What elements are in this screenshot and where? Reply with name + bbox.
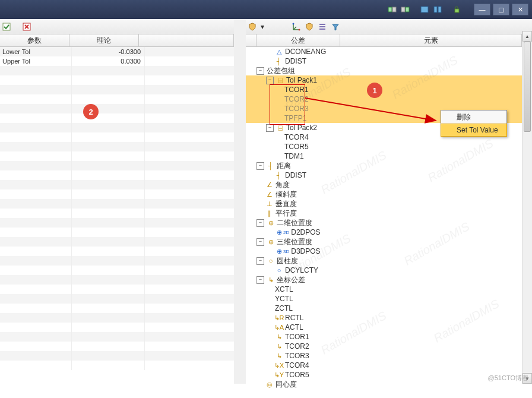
param-cell bbox=[0, 218, 72, 228]
grid-row[interactable] bbox=[0, 189, 234, 199]
header-param[interactable]: 参数 bbox=[0, 34, 69, 46]
menu-item-set-tol-value[interactable]: Set Tol Value bbox=[441, 124, 507, 137]
tree-node[interactable]: −⊕二维位置度 bbox=[246, 218, 532, 228]
grid-row[interactable] bbox=[0, 66, 234, 75]
tree-node[interactable]: ⊕2DD2DPOS bbox=[246, 228, 532, 237]
titlebar-tool-icon-1[interactable] bbox=[387, 4, 398, 15]
grid-row[interactable] bbox=[0, 332, 234, 342]
titlebar-tool-icon-2[interactable] bbox=[400, 4, 411, 15]
grid-row[interactable]: Lower Tol-0.0300 bbox=[0, 47, 234, 56]
grid-row[interactable] bbox=[0, 75, 234, 85]
delete-red-icon[interactable] bbox=[20, 20, 33, 33]
tree-node[interactable]: ↳TCOR3 bbox=[246, 351, 532, 361]
collapse-icon[interactable]: − bbox=[266, 124, 274, 132]
toolbar-filter-icon[interactable] bbox=[329, 20, 342, 33]
grid-row[interactable] bbox=[0, 199, 234, 209]
minimize-button[interactable]: — bbox=[474, 4, 490, 15]
tree-node[interactable]: TCOR5 bbox=[246, 142, 532, 151]
tree-node[interactable]: −┤距离 bbox=[246, 161, 532, 170]
tree-node[interactable]: ↳TCOR1 bbox=[246, 332, 532, 342]
tree-node[interactable]: ↳AACTL bbox=[246, 323, 532, 332]
grid-row[interactable] bbox=[0, 104, 234, 113]
tree-node[interactable]: TDM1 bbox=[246, 151, 532, 161]
tree-node[interactable]: △DCONEANG bbox=[246, 47, 532, 56]
grid-row[interactable] bbox=[0, 228, 234, 237]
grid-row[interactable] bbox=[0, 123, 234, 132]
grid-row[interactable] bbox=[0, 161, 234, 170]
tree-node[interactable]: −⊕三维位置度 bbox=[246, 237, 532, 247]
tree-node[interactable]: −○圆柱度 bbox=[246, 256, 532, 266]
toolbar-icon-shield[interactable] bbox=[246, 20, 259, 33]
tree-node[interactable]: ┤DDIST bbox=[246, 56, 532, 66]
tree-node[interactable]: ∠倾斜度 bbox=[246, 189, 532, 199]
left-grid[interactable]: Lower Tol-0.0300Upper Tol0.03002 bbox=[0, 47, 234, 386]
grid-row[interactable] bbox=[0, 294, 234, 304]
grid-row[interactable] bbox=[0, 256, 234, 266]
grid-row[interactable] bbox=[0, 170, 234, 180]
grid-row[interactable] bbox=[0, 313, 234, 323]
grid-row[interactable] bbox=[0, 361, 234, 370]
grid-row[interactable] bbox=[0, 142, 234, 151]
checkbox-toggle[interactable] bbox=[0, 20, 13, 33]
close-button[interactable]: ✕ bbox=[512, 4, 528, 15]
grid-row[interactable] bbox=[0, 304, 234, 313]
collapse-icon[interactable]: − bbox=[256, 67, 264, 75]
tree-node[interactable]: ↳RRCTL bbox=[246, 313, 532, 323]
grid-row[interactable] bbox=[0, 218, 234, 228]
tree-node[interactable]: −⌸Tol Pack1 bbox=[246, 75, 527, 85]
toolbar-axis-icon[interactable] bbox=[290, 20, 303, 33]
titlebar-lock-icon[interactable] bbox=[451, 4, 462, 15]
tree-node[interactable]: ZCTL bbox=[246, 304, 532, 313]
header-tolerance[interactable]: 公差 bbox=[256, 34, 340, 46]
collapse-icon[interactable]: − bbox=[256, 276, 264, 284]
grid-row[interactable] bbox=[0, 266, 234, 275]
grid-row[interactable] bbox=[0, 342, 234, 351]
tree-node[interactable]: ↳XTCOR4 bbox=[246, 361, 532, 370]
grid-row[interactable] bbox=[0, 275, 234, 285]
collapse-icon[interactable]: − bbox=[256, 257, 264, 265]
collapse-icon[interactable]: − bbox=[256, 219, 264, 227]
grid-row[interactable]: Upper Tol0.0300 bbox=[0, 56, 234, 66]
header-element[interactable]: 元素 bbox=[340, 34, 522, 46]
toolbar-lines-icon[interactable] bbox=[316, 20, 329, 33]
tolerance-tree[interactable]: RationalDMIS RationalDMIS RationalDMIS R… bbox=[246, 47, 532, 388]
scroll-thumb[interactable] bbox=[524, 42, 531, 132]
grid-row[interactable] bbox=[0, 113, 234, 123]
grid-row[interactable] bbox=[0, 151, 234, 161]
grid-row[interactable] bbox=[0, 94, 234, 104]
tree-node[interactable]: ↳TCOR2 bbox=[246, 342, 532, 351]
maximize-button[interactable]: ▢ bbox=[493, 4, 509, 15]
menu-item-delete[interactable]: 删除 bbox=[441, 110, 506, 124]
grid-row[interactable] bbox=[0, 285, 234, 294]
grid-row[interactable] bbox=[0, 180, 234, 189]
collapse-icon[interactable]: − bbox=[256, 162, 264, 170]
toolbar-shield2-icon[interactable] bbox=[303, 20, 316, 33]
value-cell bbox=[72, 66, 145, 75]
header-theory[interactable]: 理论 bbox=[69, 34, 139, 46]
vertical-scrollbar[interactable]: ▲ ▼ bbox=[522, 31, 532, 384]
collapse-icon[interactable]: − bbox=[266, 77, 274, 84]
grid-row[interactable] bbox=[0, 209, 234, 218]
titlebar-tool-icon-4[interactable] bbox=[432, 4, 443, 15]
tree-node[interactable]: XCTL bbox=[246, 285, 532, 294]
tree-node[interactable]: ∠角度 bbox=[246, 180, 532, 189]
tree-node[interactable]: ∥平行度 bbox=[246, 209, 532, 218]
grid-row[interactable] bbox=[0, 132, 234, 142]
tree-node[interactable]: −↳坐标公差 bbox=[246, 275, 532, 285]
tree-node[interactable]: YCTL bbox=[246, 294, 532, 304]
tree-node[interactable]: ⊕3DD3DPOS bbox=[246, 247, 532, 256]
toolbar-dropdown-icon[interactable]: ▾ bbox=[259, 20, 266, 33]
collapse-icon[interactable]: − bbox=[256, 238, 264, 246]
scroll-up-button[interactable]: ▲ bbox=[522, 31, 532, 42]
tree-node[interactable]: ┤DDIST bbox=[246, 170, 532, 180]
tree-node[interactable]: ⊥垂直度 bbox=[246, 199, 532, 209]
grid-row[interactable] bbox=[0, 247, 234, 256]
grid-row[interactable] bbox=[0, 85, 234, 94]
grid-row[interactable] bbox=[0, 237, 234, 247]
titlebar-tool-icon-3[interactable] bbox=[419, 4, 430, 15]
tree-node[interactable]: ○DCYLCTY bbox=[246, 266, 532, 275]
grid-row[interactable] bbox=[0, 323, 234, 332]
tree-node[interactable]: −公差包组 bbox=[246, 66, 532, 75]
panel-splitter[interactable] bbox=[234, 19, 246, 384]
grid-row[interactable] bbox=[0, 351, 234, 361]
